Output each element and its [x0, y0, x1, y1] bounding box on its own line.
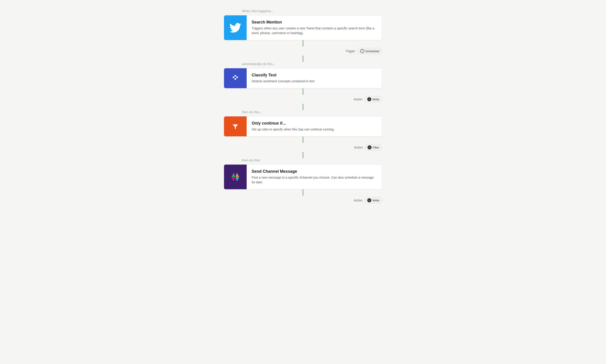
connector-1: Action + Write: [224, 88, 382, 110]
clock-svg: [361, 50, 364, 52]
card-0[interactable]: Search Mention Triggers when any user cr…: [224, 15, 382, 40]
card-icon-2: [224, 117, 247, 136]
plus-icon-1: +: [367, 97, 371, 101]
card-desc-1: Detects sentiment concepts contained in …: [252, 79, 377, 84]
card-content-0: Search Mention Triggers when any user cr…: [247, 15, 382, 40]
connector-3: Action + Write: [224, 189, 382, 205]
badges-row-3: Action + Write: [224, 196, 382, 205]
classify-icon: [229, 72, 241, 84]
card-title-1: Classify Text: [252, 73, 377, 78]
card-icon-0: [224, 15, 247, 40]
badge-text-0: Scheduled: [365, 50, 379, 53]
badges-row-0: Trigger Scheduled: [224, 47, 382, 56]
vline-3: [303, 189, 303, 196]
card-3[interactable]: Send Channel Message Post a new message …: [224, 164, 382, 189]
twitter-icon: [229, 22, 241, 34]
card-desc-0: Triggers when any user creates a new Twe…: [252, 26, 377, 36]
plus-icon-3: +: [367, 198, 371, 202]
badges-row-1: Action + Write: [224, 95, 382, 104]
card-title-0: Search Mention: [252, 20, 377, 25]
badges-row-2: Action + Filter: [224, 143, 382, 152]
vline-1b: [303, 104, 303, 110]
connector-0: Trigger Scheduled: [224, 40, 382, 62]
step-label-1: automatically do this...: [242, 62, 275, 66]
badge-3[interactable]: + Write: [364, 197, 382, 204]
plus-icon-2: +: [367, 145, 372, 149]
slack-icon: [229, 171, 241, 183]
card-icon-1: [224, 68, 247, 88]
badge-label-1: Action: [354, 97, 363, 101]
badge-label-2: Action: [354, 146, 363, 149]
step-label-3: then do this!: [242, 158, 260, 162]
badge-text-1: Write: [373, 98, 379, 101]
badge-2[interactable]: + Filter: [364, 144, 382, 151]
step-label-0: When this happens...: [242, 9, 274, 13]
badge-text-3: Write: [373, 199, 379, 202]
svg-rect-12: [230, 172, 241, 182]
card-icon-3: [224, 165, 247, 189]
card-2[interactable]: Only continue if... Set up rules to spec…: [224, 116, 382, 137]
badge-1[interactable]: + Write: [364, 96, 382, 103]
svg-rect-14: [232, 175, 235, 177]
flow-container: When this happens... Search Mention Trig…: [224, 9, 382, 205]
badge-label-0: Trigger: [346, 49, 355, 53]
card-title-2: Only continue if...: [252, 121, 377, 126]
vline-2b: [303, 152, 303, 158]
card-1[interactable]: Classify Text Detects sentiment concepts…: [224, 68, 382, 88]
vline-0: [303, 40, 303, 47]
clock-icon: [360, 49, 364, 53]
badge-text-2: Filter: [373, 146, 379, 149]
badge-0[interactable]: Scheduled: [357, 48, 382, 54]
card-title-3: Send Channel Message: [252, 169, 377, 174]
card-content-2: Only continue if... Set up rules to spec…: [247, 117, 382, 136]
vline-2: [303, 137, 303, 143]
vline-0b: [303, 56, 303, 62]
vline-1: [303, 88, 303, 95]
card-desc-2: Set up rules to specify when this Zap ca…: [252, 127, 377, 132]
filter-icon: [229, 120, 241, 132]
connector-2: Action + Filter: [224, 137, 382, 158]
card-desc-3: Post a new message to a specific #channe…: [252, 175, 377, 185]
card-content-3: Send Channel Message Post a new message …: [247, 165, 382, 189]
svg-rect-18: [232, 177, 235, 178]
badge-label-3: Action: [354, 198, 363, 202]
svg-rect-16: [236, 175, 239, 177]
card-content-1: Classify Text Detects sentiment concepts…: [247, 68, 382, 88]
svg-rect-20: [236, 177, 239, 178]
step-label-2: then do this...: [242, 110, 262, 114]
